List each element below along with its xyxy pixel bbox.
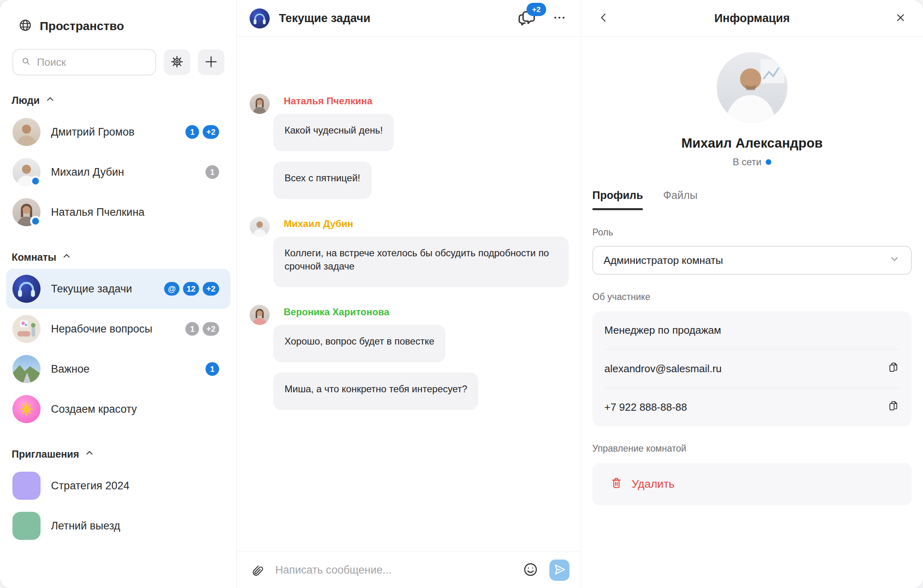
- landscape-room-image: [12, 355, 41, 383]
- room-item[interactable]: Важное1: [6, 349, 230, 389]
- profile-name: Михаил Александров: [592, 136, 912, 151]
- section-rooms[interactable]: Комнаты: [12, 251, 236, 263]
- chevron-up-icon: [85, 448, 94, 460]
- chevron-up-icon: [62, 251, 71, 263]
- sidebar-scroll-area[interactable]: Люди Дмитрий Громов1+2Михаил Дубин1Натал…: [0, 75, 236, 588]
- chevron-down-icon: [888, 253, 901, 268]
- sidebar-toolbar: Поиск: [12, 49, 224, 75]
- chat-bubbles-icon: [517, 22, 537, 28]
- unread-badge: 1: [185, 322, 199, 336]
- man-white-avatar: [12, 158, 41, 186]
- chevron-left-icon: [597, 11, 610, 25]
- attach-button[interactable]: [250, 562, 265, 579]
- star-room-image: [12, 395, 41, 423]
- message-group: Вероника ХаритоноваХорошо, вопрос будет …: [250, 305, 569, 410]
- room-item[interactable]: Создаем красоту: [6, 389, 230, 429]
- mention-badge: @: [164, 282, 179, 296]
- message-author: Вероника Харитонова: [284, 306, 389, 318]
- message-group: Наталья ПчелкинаКакой чудесный день!Всех…: [250, 94, 569, 199]
- message-input[interactable]: Написать сообщение...: [275, 564, 512, 576]
- message-bubble[interactable]: Коллеги, на встрече хотелось бы обсудить…: [273, 237, 569, 287]
- message-bubble[interactable]: Хорошо, вопрос будет в повестке: [273, 325, 445, 362]
- role-select[interactable]: Администратор комнаты: [592, 246, 912, 275]
- copy-button[interactable]: [887, 400, 900, 415]
- space-title: Пространство: [40, 19, 124, 33]
- tab-files[interactable]: Файлы: [663, 189, 697, 210]
- purple-square-image: [12, 472, 41, 500]
- search-placeholder: Поиск: [37, 56, 66, 69]
- thread-count-badge: +2: [527, 3, 546, 16]
- send-button[interactable]: [549, 560, 569, 581]
- gear-icon: [169, 54, 185, 71]
- emoji-button[interactable]: [522, 561, 539, 579]
- info-panel: Информация Михаил Александров В сети Про…: [581, 0, 923, 588]
- unread-badge: 1: [205, 165, 219, 179]
- smiley-icon: [522, 573, 539, 579]
- about-label: Об участнике: [592, 292, 912, 302]
- role-label: Роль: [592, 227, 912, 238]
- badge-group: 1: [205, 165, 219, 179]
- trash-icon: [610, 476, 623, 492]
- close-button[interactable]: [893, 11, 909, 25]
- app-window: Пространство Поиск: [0, 0, 923, 588]
- about-row: alexandrov@salesmail.ru: [592, 350, 912, 388]
- copy-icon: [887, 400, 900, 415]
- online-dot: [30, 216, 41, 227]
- delete-button[interactable]: Удалить: [592, 463, 912, 505]
- message-bubble[interactable]: Миша, а что конкретно тебя интересует?: [273, 373, 478, 410]
- person-item[interactable]: Наталья Пчелкина: [6, 192, 230, 232]
- message-group: Михаил ДубинКоллеги, на встрече хотелось…: [250, 217, 569, 287]
- threads-button[interactable]: +2: [517, 8, 537, 28]
- unread-badge: 1: [185, 125, 199, 139]
- section-invites[interactable]: Приглашения: [12, 448, 236, 460]
- send-plane-icon: [553, 563, 566, 578]
- woman-veronika-avatar: [250, 305, 270, 325]
- invite-name: Летний выезд: [51, 520, 219, 532]
- green-square-image: [12, 512, 41, 540]
- person-item[interactable]: Михаил Дубин1: [6, 152, 230, 192]
- info-title: Информация: [612, 12, 893, 25]
- unread-badge: 1: [205, 362, 219, 376]
- room-item[interactable]: Нерабочие вопросы1+2: [6, 309, 230, 349]
- tab-profile[interactable]: Профиль: [592, 189, 643, 210]
- message-bubble[interactable]: Какой чудесный день!: [273, 114, 394, 151]
- paperclip-icon: [250, 573, 265, 579]
- section-people[interactable]: Люди: [12, 95, 236, 106]
- message-column: Наталья ПчелкинаКакой чудесный день!Всех…: [273, 94, 394, 199]
- about-card: Менеджер по продажамalexandrov@salesmail…: [592, 311, 912, 426]
- invite-item[interactable]: Летний выезд: [6, 506, 230, 546]
- profile-status: В сети: [592, 156, 912, 168]
- headphones-room-avatar: [12, 275, 41, 303]
- more-menu-button[interactable]: [552, 10, 567, 26]
- info-header: Информация: [581, 0, 923, 37]
- copy-button[interactable]: [887, 361, 900, 376]
- invite-name: Стратегия 2024: [51, 480, 219, 492]
- back-button[interactable]: [596, 11, 612, 25]
- person-item[interactable]: Дмитрий Громов1+2: [6, 112, 230, 152]
- search-input[interactable]: Поиск: [12, 49, 156, 75]
- add-button[interactable]: [198, 49, 224, 75]
- man-white-avatar: [250, 217, 270, 237]
- room-item[interactable]: Текущие задачи@12+2: [6, 269, 230, 309]
- message-list[interactable]: Наталья ПчелкинаКакой чудесный день!Всех…: [237, 37, 581, 552]
- invite-item[interactable]: Стратегия 2024: [6, 466, 230, 506]
- person-name: Дмитрий Громов: [51, 126, 175, 138]
- profile-avatar: [717, 52, 787, 123]
- badge-group: 1+2: [185, 125, 219, 139]
- purple-square-avatar: [12, 472, 41, 500]
- chat-panel: Текущие задачи +2: [237, 0, 581, 588]
- settings-button[interactable]: [164, 49, 190, 75]
- management-card: Удалить: [592, 463, 912, 505]
- space-header: Пространство: [18, 18, 224, 34]
- message-bubble[interactable]: Всех с пятницей!: [273, 162, 372, 199]
- about-row-text: alexandrov@salesmail.ru: [604, 363, 722, 375]
- info-tabs: ПрофильФайлы: [592, 189, 912, 210]
- copy-icon: [887, 361, 900, 376]
- woman-natalia-avatar: [250, 94, 270, 114]
- about-row: +7 922 888-88-88: [592, 388, 912, 426]
- message-author: Михаил Дубин: [284, 218, 353, 229]
- online-dot: [30, 176, 41, 187]
- unread-badge: 12: [183, 282, 199, 296]
- green-square-avatar: [12, 512, 41, 540]
- section-invites-label: Приглашения: [12, 448, 79, 460]
